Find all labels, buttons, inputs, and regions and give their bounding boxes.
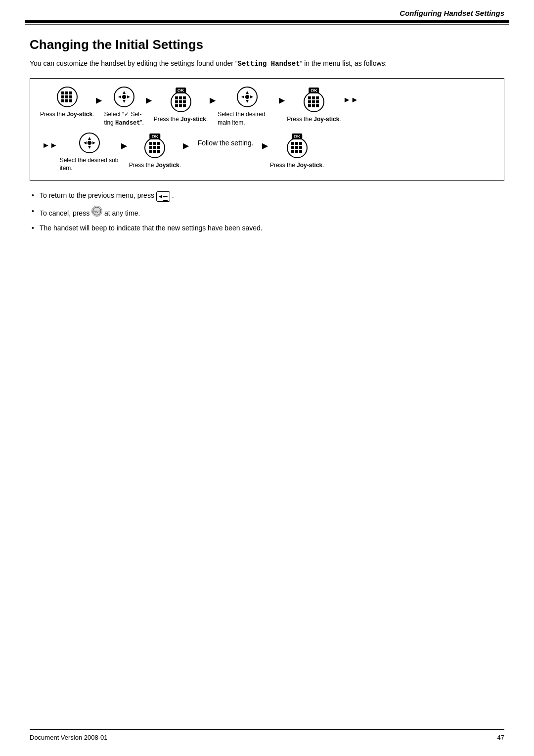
svg-marker-11 xyxy=(88,146,91,149)
bullet-2: To cancel, press PWR at any time. xyxy=(30,206,504,219)
arrow-2: ▶ xyxy=(146,95,152,119)
footer-right: 47 xyxy=(497,734,504,741)
svg-marker-12 xyxy=(84,141,87,144)
grid-icon-1 xyxy=(57,87,78,107)
steps-row-1: Press the Joy-stick. ▶ xyxy=(40,87,494,128)
step-4: Select the desired main item. xyxy=(218,87,277,127)
step-5: OK Press the Joy-stick. xyxy=(287,87,341,124)
step-5-label: Press the Joy-stick. xyxy=(287,115,341,124)
bullet-list: To return to the previous menu, press ◀ … xyxy=(30,190,504,233)
step-2-label: Select “✓ Set-ting Handset”. xyxy=(104,110,143,128)
arrow-7: ▶ xyxy=(262,141,268,164)
arrow-1: ▶ xyxy=(96,95,102,119)
svg-marker-3 xyxy=(127,95,130,98)
arrow-3: ▶ xyxy=(210,95,216,119)
joystick-icon-2 xyxy=(114,87,134,107)
step-1: Press the Joy-stick. xyxy=(40,87,94,119)
arrow-dbl-2: ►► xyxy=(42,141,58,164)
step-7: OK Press the Joystick. xyxy=(129,133,181,170)
grid-icon-5 xyxy=(304,91,324,112)
svg-marker-10 xyxy=(88,137,91,140)
bullet-3-text: The handset will beep to indicate that t… xyxy=(40,224,263,232)
step-2: Select “✓ Set-ting Handset”. xyxy=(104,87,143,128)
step-1-label: Press the Joy-stick. xyxy=(40,110,94,119)
bullet-2-text-before: To cancel, press xyxy=(40,209,91,217)
bullet-2-text-after: at any time. xyxy=(104,209,140,217)
arrow-4: ▶ xyxy=(279,95,285,119)
page-container: Configuring Handset Settings Changing th… xyxy=(0,0,534,756)
grid-icon-3 xyxy=(171,91,191,112)
svg-marker-8 xyxy=(250,95,253,98)
follow-label xyxy=(224,156,226,165)
svg-point-9 xyxy=(245,95,249,99)
grid-icon-7 xyxy=(144,137,165,158)
arrow-dbl-1: ►► xyxy=(343,95,359,118)
svg-marker-1 xyxy=(123,100,126,103)
svg-text:PWR: PWR xyxy=(92,210,101,214)
follow-setting-text: Follow the setting. xyxy=(198,139,254,147)
step-7-label: Press the Joystick. xyxy=(129,161,181,170)
svg-point-14 xyxy=(88,141,91,145)
arrow-5: ▶ xyxy=(121,141,127,164)
svg-marker-0 xyxy=(123,91,126,94)
back-button-icon: ◀ ▬ xyxy=(156,191,170,201)
intro-text: You can customize the handset by editing… xyxy=(30,58,504,69)
bullet-3: The handset will beep to indicate that t… xyxy=(30,222,504,233)
arrow-6: ▶ xyxy=(183,141,189,164)
svg-marker-5 xyxy=(246,91,249,94)
bullet-1: To return to the previous menu, press ◀ … xyxy=(30,190,504,201)
cancel-button-icon: PWR xyxy=(91,206,102,217)
step-8-label: Press the Joy-stick. xyxy=(270,161,324,170)
svg-marker-2 xyxy=(118,95,121,98)
page-title: Changing the Initial Settings xyxy=(30,37,504,52)
footer-left: Document Version 2008-01 xyxy=(30,734,108,741)
grid-icon-8 xyxy=(287,137,308,158)
step-4-label: Select the desired main item. xyxy=(218,110,277,127)
svg-marker-13 xyxy=(92,141,95,144)
bullet-1-text-before: To return to the previous menu, press xyxy=(40,191,156,199)
page-header: Configuring Handset Settings xyxy=(0,0,534,20)
step-6-label: Select the desired sub item. xyxy=(60,156,119,173)
step-3: OK Press the Joy-stick. xyxy=(154,87,208,124)
svg-point-4 xyxy=(122,95,126,99)
steps-row-2: ►► Select the desired sub item. xyxy=(40,133,494,173)
header-rule-thick xyxy=(25,20,509,23)
step-6: Select the desired sub item. xyxy=(60,133,119,173)
footer-content: Document Version 2008-01 47 xyxy=(30,734,504,741)
svg-marker-7 xyxy=(241,95,244,98)
step-follow: Follow the setting. xyxy=(191,133,260,165)
svg-marker-6 xyxy=(246,100,249,103)
instruction-box: Press the Joy-stick. ▶ xyxy=(30,78,504,181)
page-footer: Document Version 2008-01 47 xyxy=(0,729,534,741)
joystick-icon-4 xyxy=(237,87,258,107)
footer-rule xyxy=(30,729,504,730)
bullet-1-text-after: . xyxy=(172,191,174,199)
joystick-icon-6 xyxy=(79,133,100,153)
step-3-label: Press the Joy-stick. xyxy=(154,115,208,124)
main-content: Changing the Initial Settings You can cu… xyxy=(0,25,534,233)
header-title: Configuring Handset Settings xyxy=(400,9,504,17)
step-8: OK Press the Joy-stick. xyxy=(270,133,324,170)
